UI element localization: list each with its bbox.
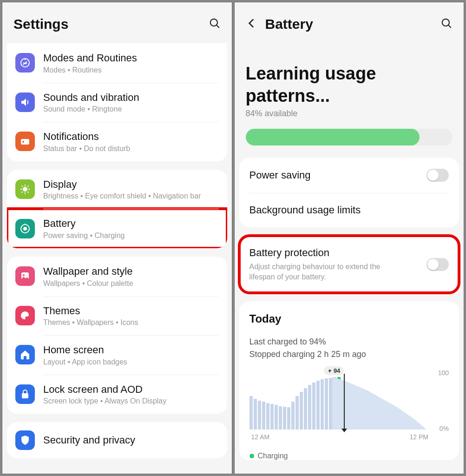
today-heading: Today	[249, 312, 449, 325]
settings-group: Modes and Routines Modes • Routines Soun…	[7, 43, 227, 161]
row-title: Security and privacy	[43, 434, 219, 447]
battery-screen: Battery Learning usage patterns... 84% a…	[234, 2, 465, 474]
svg-line-21	[448, 25, 451, 27]
svg-point-4	[22, 141, 24, 143]
battery-options-card: Power saving Background usage limits	[239, 158, 459, 227]
settings-row-themes[interactable]: Themes Themes • Wallpapers • Icons	[7, 296, 227, 336]
settings-group: Display Brightness • Eye comfort shield …	[7, 170, 227, 248]
row-title: Background usage limits	[249, 204, 361, 216]
battery-progress	[235, 119, 464, 158]
svg-rect-16	[25, 224, 26, 225]
settings-row-notifications[interactable]: Notifications Status bar • Do not distur…	[7, 122, 227, 161]
svg-point-15	[23, 227, 27, 231]
row-subtitle: Sound mode • Ringtone	[43, 105, 219, 113]
legend-label: Charging	[258, 452, 288, 460]
page-title: Settings	[13, 16, 68, 32]
row-title: Battery	[43, 217, 219, 231]
battery-available: 84% available	[235, 107, 464, 119]
svg-line-10	[22, 186, 23, 187]
svg-point-5	[23, 187, 27, 192]
x-right-label: 12 PM	[410, 433, 428, 441]
svg-line-13	[28, 186, 29, 187]
page-title: Battery	[265, 16, 313, 32]
settings-group: Security and privacy	[7, 422, 227, 458]
home-icon	[15, 345, 35, 364]
row-subtitle: Themes • Wallpapers • Icons	[43, 318, 219, 327]
lock-icon	[15, 384, 35, 404]
settings-row-home[interactable]: Home screen Layout • App icon badges	[7, 335, 227, 375]
svg-point-18	[23, 274, 25, 276]
row-subtitle: Brightness • Eye comfort shield • Naviga…	[43, 192, 219, 200]
settings-row-battery[interactable]: Battery Power saving • Charging	[7, 209, 227, 248]
row-subtitle: Modes • Routines	[43, 66, 219, 74]
toggle-protection[interactable]	[427, 258, 449, 271]
row-subtitle: Wallpapers • Colour palette	[43, 279, 219, 288]
row-title: Battery protection	[249, 247, 398, 259]
row-title: Power saving	[249, 169, 311, 181]
toggle-power_saving[interactable]	[427, 169, 449, 182]
settings-row-security[interactable]: Security and privacy	[7, 422, 227, 458]
row-subtitle: Screen lock type • Always On Display	[43, 397, 219, 405]
themes-icon	[15, 306, 35, 325]
row-subtitle: Layout • App icon badges	[43, 358, 219, 366]
row-subtitle: Adjust charging behaviour to extend the …	[249, 262, 398, 282]
settings-row-lock[interactable]: Lock screen and AOD Screen lock type • A…	[7, 375, 227, 414]
battery-row-protection[interactable]: Battery protection Adjust charging behav…	[239, 236, 459, 293]
row-subtitle: Status bar • Do not disturb	[43, 145, 219, 153]
row-title: Display	[43, 178, 219, 192]
modes-icon	[15, 53, 35, 73]
back-icon[interactable]	[246, 17, 258, 31]
svg-line-12	[22, 192, 23, 193]
row-title: Wallpaper and style	[43, 265, 219, 278]
battery-headline: Learning usage patterns...	[235, 63, 464, 107]
row-subtitle: Power saving • Charging	[43, 231, 219, 240]
battery-row-power_saving[interactable]: Power saving	[239, 158, 459, 193]
settings-header: Settings	[2, 7, 232, 43]
row-title: Home screen	[43, 344, 219, 357]
row-title: Notifications	[43, 130, 219, 144]
svg-line-1	[217, 25, 219, 27]
svg-rect-19	[22, 393, 28, 398]
today-line2: Stopped charging 2 h 25 m ago	[249, 348, 449, 361]
legend-dot-charging	[249, 454, 254, 458]
search-icon[interactable]	[209, 17, 221, 31]
battery-icon	[15, 219, 35, 238]
row-title: Modes and Routines	[43, 52, 219, 65]
today-card: Today Last charged to 94% Stopped chargi…	[239, 301, 459, 460]
row-title: Themes	[43, 304, 219, 318]
settings-row-modes[interactable]: Modes and Routines Modes • Routines	[7, 43, 227, 83]
y-max-label: 100	[438, 369, 449, 377]
y-min-label: 0%	[440, 425, 449, 432]
row-title: Sounds and vibration	[43, 91, 219, 105]
svg-marker-22	[332, 377, 426, 430]
settings-screen: Settings Modes and Routines Modes • Rout…	[2, 2, 232, 474]
notif-icon	[15, 132, 35, 151]
chart-legend: Charging	[249, 452, 449, 460]
display-icon	[15, 179, 35, 199]
svg-rect-3	[21, 139, 29, 145]
battery-protection-card: Battery protection Adjust charging behav…	[239, 236, 459, 293]
svg-point-0	[210, 19, 217, 26]
shield-icon	[15, 430, 35, 450]
settings-row-display[interactable]: Display Brightness • Eye comfort shield …	[7, 170, 227, 209]
battery-row-bg_limits[interactable]: Background usage limits	[239, 193, 459, 227]
svg-point-20	[442, 19, 449, 26]
sound-icon	[15, 93, 35, 112]
row-title: Lock screen and AOD	[43, 383, 219, 397]
settings-row-sounds[interactable]: Sounds and vibration Sound mode • Ringto…	[7, 83, 227, 122]
x-left-label: 12 AM	[251, 433, 270, 441]
svg-line-11	[28, 192, 29, 193]
settings-group: Wallpaper and style Wallpapers • Colour …	[7, 257, 227, 414]
settings-row-wallpaper[interactable]: Wallpaper and style Wallpapers • Colour …	[7, 257, 227, 296]
today-line1: Last charged to 94%	[249, 336, 449, 348]
chart-badge: 94	[324, 366, 344, 375]
battery-chart: 94 100 0% 12 AM 12 PM	[249, 369, 449, 439]
battery-header: Battery	[235, 7, 464, 43]
wallpaper-icon	[15, 266, 35, 286]
search-icon[interactable]	[440, 17, 453, 31]
